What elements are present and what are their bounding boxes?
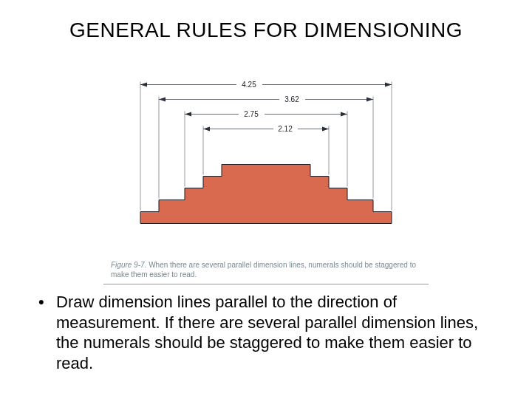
dim-3-62: 3.62 bbox=[159, 95, 373, 103]
slide: GENERAL RULES FOR DIMENSIONING bbox=[0, 0, 532, 399]
dim-4-25: 4.25 bbox=[140, 81, 392, 89]
figure-caption-wrap: Figure 9-7. When there are several paral… bbox=[103, 261, 429, 284]
dim-value: 2.75 bbox=[244, 110, 259, 118]
dim-2-12: 2.12 bbox=[203, 125, 329, 133]
dimension-lines: 4.25 3.62 2.75 bbox=[140, 81, 392, 133]
figure-caption: Figure 9-7. When there are several paral… bbox=[103, 261, 429, 284]
page-title: GENERAL RULES FOR DIMENSIONING bbox=[30, 18, 502, 42]
caption-label: Figure 9-7. bbox=[111, 261, 146, 269]
dim-value: 2.12 bbox=[278, 125, 293, 133]
dim-2-75: 2.75 bbox=[185, 110, 347, 118]
dim-value: 3.62 bbox=[284, 95, 299, 103]
dimension-figure: 4.25 3.62 2.75 bbox=[107, 55, 425, 248]
caption-text: When there are several parallel dimensio… bbox=[111, 261, 416, 279]
bullet-text: Draw dimension lines parallel to the dir… bbox=[30, 292, 502, 373]
dim-value: 4.25 bbox=[242, 81, 256, 89]
stepped-shape bbox=[140, 165, 392, 224]
